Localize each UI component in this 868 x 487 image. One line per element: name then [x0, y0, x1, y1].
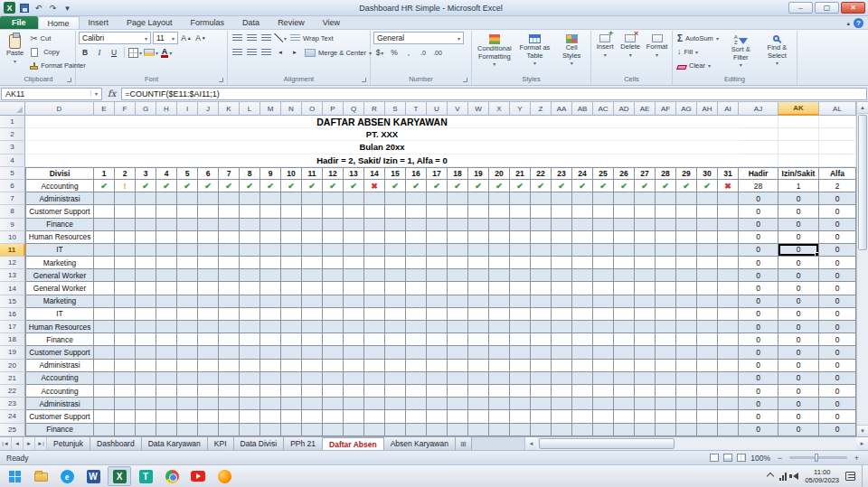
scroll-left-icon[interactable]: ◄: [525, 437, 537, 450]
cell-alfa-row-13[interactable]: 0: [819, 269, 856, 282]
column-header-x[interactable]: X: [489, 102, 510, 116]
column-header-z[interactable]: Z: [531, 102, 552, 116]
cell-alfa-row-7[interactable]: 0: [819, 192, 856, 205]
underline-button[interactable]: U: [108, 46, 120, 59]
cell-izin-row-17[interactable]: 0: [778, 321, 819, 333]
name-box[interactable]: AK11 ▾: [1, 88, 102, 100]
cell-day-29-row-24[interactable]: [676, 410, 697, 423]
cell-day-27-row-16[interactable]: [635, 308, 656, 321]
check-mark-icon-day-23[interactable]: ✔: [552, 180, 572, 192]
cell-day-15-row-8[interactable]: [385, 205, 406, 218]
cell-day-9-row-14[interactable]: [260, 282, 281, 295]
cell-day-21-row-21[interactable]: [510, 372, 531, 385]
cell-day-8-row-14[interactable]: [240, 282, 260, 295]
cell-day-5-row-17[interactable]: [177, 321, 198, 333]
close-button[interactable]: ✕: [841, 2, 865, 14]
check-mark-icon-day-17[interactable]: ✔: [427, 180, 448, 192]
cell-day-21-row-20[interactable]: [510, 360, 531, 372]
chrome-icon[interactable]: [160, 466, 184, 486]
cell-hadir-row-18[interactable]: 0: [739, 333, 778, 346]
cell-day-9-row-7[interactable]: [260, 192, 281, 205]
cell-day-23-row-12[interactable]: [552, 257, 572, 269]
normal-view-icon[interactable]: [710, 454, 719, 462]
cell-day-20-row-19[interactable]: [489, 346, 510, 359]
cell-day-9-row-17[interactable]: [260, 321, 281, 333]
insert-function-button[interactable]: fx: [105, 89, 118, 98]
cell-hadir-row-21[interactable]: 0: [739, 372, 778, 385]
cell-day-27-row-15[interactable]: [635, 295, 656, 308]
cell-day-21-row-25[interactable]: [510, 424, 531, 436]
cell-divisi-row-14[interactable]: General Worker: [25, 282, 94, 295]
column-header-j[interactable]: J: [198, 102, 219, 116]
font-dialog-launcher-icon[interactable]: [219, 78, 223, 82]
zoom-out-icon[interactable]: −: [775, 454, 785, 463]
cell-day-4-row-15[interactable]: [156, 295, 177, 308]
taskbar-clock[interactable]: 11:00 05/09/2023: [805, 468, 839, 485]
row-header-18[interactable]: 18: [0, 333, 25, 346]
maximize-button[interactable]: ▢: [815, 2, 839, 14]
check-mark-icon-day-13[interactable]: ✔: [344, 180, 364, 192]
cell-day-29-row-22[interactable]: [676, 385, 697, 398]
cell-alfa-row-19[interactable]: 0: [819, 346, 856, 359]
vertical-scroll-thumb[interactable]: [858, 115, 867, 250]
cell-day-24-row-14[interactable]: [572, 282, 593, 295]
cell-day-26-row-23[interactable]: [614, 398, 635, 410]
cell-day-19-row-20[interactable]: [468, 360, 489, 372]
cell-day-20-row-15[interactable]: [489, 295, 510, 308]
cell-day-5-row-21[interactable]: [177, 372, 198, 385]
horizontal-scroll-thumb[interactable]: [539, 438, 675, 449]
cell-day-17-row-20[interactable]: [427, 360, 448, 372]
cell-izin-row-13[interactable]: 0: [778, 269, 819, 282]
cell-day-25-row-13[interactable]: [593, 269, 614, 282]
cell-day-5-row-8[interactable]: [177, 205, 198, 218]
cell-day-21-row-13[interactable]: [510, 269, 531, 282]
cell-day-28-row-9[interactable]: [656, 219, 676, 231]
cell-day-3-row-25[interactable]: [136, 424, 156, 436]
cell-day-20-row-7[interactable]: [489, 192, 510, 205]
cell-day-2-row-22[interactable]: [115, 385, 136, 398]
shrink-font-button[interactable]: A▼: [194, 32, 207, 44]
find-select-button[interactable]: Find & Select ▾: [760, 32, 794, 74]
align-center-button[interactable]: [245, 46, 258, 59]
cell-day-16-row-12[interactable]: [406, 257, 427, 269]
cell-day-12-row-21[interactable]: [323, 372, 344, 385]
number-dialog-launcher-icon[interactable]: [463, 78, 467, 82]
select-all-button[interactable]: [0, 102, 25, 116]
cell-day-10-row-16[interactable]: [281, 308, 302, 321]
cell-day-31-row-21[interactable]: [718, 372, 739, 385]
decrease-indent-button[interactable]: ◄: [274, 46, 287, 59]
cell-day-20-row-16[interactable]: [489, 308, 510, 321]
sheet-tab-kpi[interactable]: KPI: [208, 437, 234, 450]
cell-day-19-row-24[interactable]: [468, 410, 489, 423]
cell-day-17-row-18[interactable]: [427, 333, 448, 346]
cell-day-13-row-10[interactable]: [344, 231, 364, 244]
absent-mark-icon-day-14[interactable]: ✖: [364, 180, 385, 192]
cell-alfa-row-15[interactable]: 0: [819, 295, 856, 308]
cell-day-14-row-22[interactable]: [364, 385, 385, 398]
cell-day-7-row-18[interactable]: [219, 333, 240, 346]
cell-day-27-row-20[interactable]: [635, 360, 656, 372]
column-header-aj[interactable]: AJ: [739, 102, 778, 116]
firefox-icon[interactable]: [212, 466, 236, 486]
alignment-dialog-launcher-icon[interactable]: [362, 78, 366, 82]
cell-day-31-row-11[interactable]: [718, 244, 739, 257]
cell-day-26-row-18[interactable]: [614, 333, 635, 346]
cell-day-2-row-23[interactable]: [115, 398, 136, 410]
cell-day-15-row-22[interactable]: [385, 385, 406, 398]
cell-day-30-row-17[interactable]: [697, 321, 718, 333]
cell-day-30-row-20[interactable]: [697, 360, 718, 372]
redo-button[interactable]: ↷: [47, 3, 59, 14]
cell-divisi-row-17[interactable]: Human Resources: [25, 321, 94, 333]
cell-divisi-row-12[interactable]: Marketing: [25, 257, 94, 269]
check-mark-icon-day-25[interactable]: ✔: [593, 180, 614, 192]
column-header-o[interactable]: O: [302, 102, 323, 116]
cell-day-31-row-7[interactable]: [718, 192, 739, 205]
cell-day-24-row-7[interactable]: [572, 192, 593, 205]
cell-day-4-row-7[interactable]: [156, 192, 177, 205]
cell-day-15-row-7[interactable]: [385, 192, 406, 205]
cell-day-20-row-25[interactable]: [489, 424, 510, 436]
column-header-e[interactable]: E: [94, 102, 115, 116]
column-header-al[interactable]: AL: [819, 102, 856, 116]
cell-day-10-row-17[interactable]: [281, 321, 302, 333]
decrease-decimal-button[interactable]: .00: [431, 46, 444, 59]
